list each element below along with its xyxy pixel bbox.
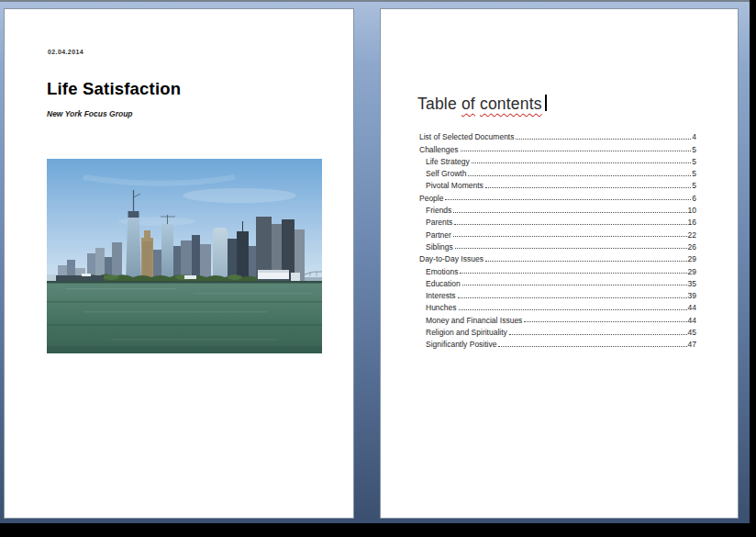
toc-leader (498, 346, 686, 347)
toc-leader (462, 285, 687, 285)
toc-leader (524, 321, 686, 322)
cover-date[interactable]: 02.04.2014 (48, 49, 83, 55)
toc-heading-word-misspelled: contents (480, 95, 542, 113)
word-workspace-background: 02.04.2014 Life Satisfaction New York Fo… (0, 0, 750, 523)
toc-entry[interactable]: People6 (419, 190, 696, 202)
toc-heading[interactable]: Table of contents (417, 95, 547, 114)
document-page-cover[interactable]: 02.04.2014 Life Satisfaction New York Fo… (4, 8, 354, 519)
toc-leader (460, 273, 686, 274)
toc-leader (459, 309, 687, 310)
toc-entry[interactable]: Life Strategy5 (419, 154, 696, 166)
toc-leader (468, 175, 691, 176)
toc-entry[interactable]: Self Growth5 (419, 166, 696, 178)
toc-entry[interactable]: Religion and Spirituality45 (419, 325, 696, 337)
nyc-skyline-harbor-photo[interactable] (47, 159, 322, 353)
toc-entry[interactable]: Hunches44 (419, 300, 696, 312)
table-of-contents: List of Selected Documents4 Challenges5 … (419, 129, 696, 349)
toc-entry[interactable]: Day-to-Day Issues29 (419, 252, 696, 263)
toc-leader (509, 334, 687, 335)
toc-leader (458, 297, 687, 298)
toc-heading-word-misspelled: of (461, 95, 475, 113)
photo-water (47, 281, 322, 353)
cover-subtitle[interactable]: New York Focus Group (47, 109, 133, 118)
toc-entry[interactable]: Partner22 (419, 227, 696, 239)
toc-entry[interactable]: Siblings26 (419, 240, 696, 252)
toc-entry[interactable]: Emotions29 (419, 263, 696, 275)
toc-heading-word: Table (417, 95, 457, 113)
toc-leader (516, 139, 691, 140)
toc-leader (454, 224, 686, 225)
toc-entry[interactable]: Friends10 (419, 203, 696, 215)
toc-leader (453, 212, 686, 213)
toc-entry[interactable]: Parents16 (419, 215, 696, 227)
document-page-toc[interactable]: Table of contents List of Selected Docum… (380, 8, 739, 519)
toc-leader (445, 199, 691, 200)
toc-entry[interactable]: List of Selected Documents4 (419, 129, 696, 141)
toc-leader (485, 187, 691, 188)
toc-leader (453, 236, 687, 237)
toc-entry[interactable]: Interests39 (419, 288, 696, 300)
text-cursor (545, 95, 547, 111)
toc-leader (461, 151, 692, 151)
toc-entry[interactable]: Challenges5 (419, 141, 696, 153)
toc-leader (455, 248, 687, 249)
toc-entry[interactable]: Pivotal Moments5 (419, 178, 696, 190)
toc-leader (472, 162, 692, 163)
cover-title[interactable]: Life Satisfaction (47, 79, 181, 99)
toc-entry[interactable]: Money and Financial Issues44 (419, 312, 696, 324)
toc-entry[interactable]: Significantly Positive47 (419, 337, 696, 349)
toc-leader (485, 261, 687, 262)
toc-entry[interactable]: Education35 (419, 276, 696, 288)
